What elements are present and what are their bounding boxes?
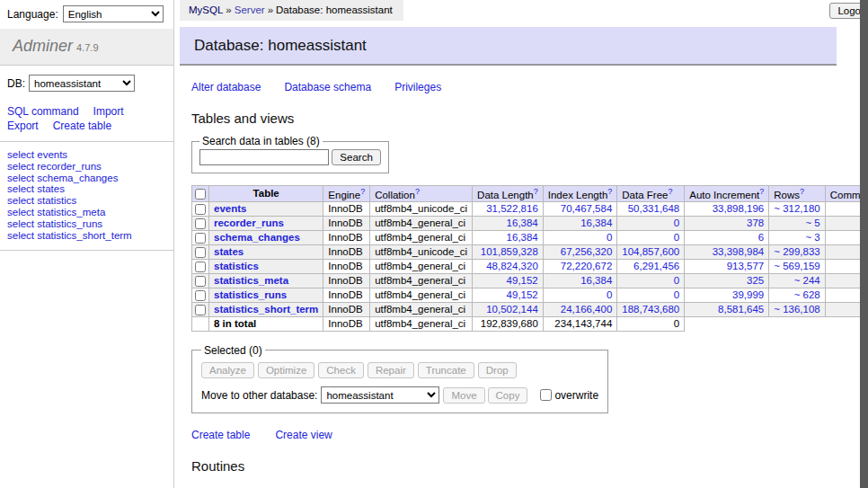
rows-count-link[interactable]: ~ 628 bbox=[794, 289, 820, 300]
data-length-link[interactable]: 31,522,816 bbox=[486, 203, 538, 214]
create-table-link[interactable]: Create table bbox=[191, 429, 250, 441]
rows-count-link[interactable]: ~ 244 bbox=[794, 275, 820, 286]
row-checkbox[interactable] bbox=[195, 218, 206, 229]
data-free-link[interactable]: 6,291,456 bbox=[633, 261, 679, 271]
auto-increment-link[interactable]: 33,898,196 bbox=[713, 203, 765, 214]
table-name-link[interactable]: events bbox=[214, 203, 246, 214]
data-length-link[interactable]: 49,152 bbox=[507, 289, 538, 300]
breadcrumb-server-link[interactable]: Server bbox=[235, 4, 265, 15]
index-length-link[interactable]: 24,166,400 bbox=[561, 304, 613, 315]
sidebar-select-table-link[interactable]: select statistics_runs bbox=[7, 218, 102, 229]
sidebar-select-table-link[interactable]: select states bbox=[7, 183, 65, 194]
select-all-checkbox[interactable] bbox=[195, 189, 206, 200]
data-length-link[interactable]: 48,824,320 bbox=[486, 261, 538, 271]
data-length-link[interactable]: 10,502,144 bbox=[486, 304, 538, 315]
auto-increment-link[interactable]: 378 bbox=[747, 217, 764, 228]
selected-legend: Selected (0) bbox=[201, 344, 265, 357]
help-link[interactable]: ? bbox=[415, 187, 420, 196]
data-length-link[interactable]: 16,384 bbox=[507, 232, 538, 243]
data-length-link[interactable]: 49,152 bbox=[507, 275, 538, 286]
index-length-cell: 70,467,584 bbox=[543, 201, 617, 216]
breadcrumb-separator: » bbox=[268, 4, 273, 15]
row-checkbox[interactable] bbox=[195, 233, 206, 244]
app-title[interactable]: Adminer bbox=[13, 37, 73, 55]
rows-count-link[interactable]: ~ 5 bbox=[805, 217, 819, 228]
table-name-link[interactable]: states bbox=[214, 246, 244, 257]
table-name-link[interactable]: statistics_short_term bbox=[214, 304, 318, 315]
help-link[interactable]: ? bbox=[360, 187, 365, 196]
vertical-scrollbar[interactable] bbox=[860, 0, 868, 488]
database-schema-link[interactable]: Database schema bbox=[284, 81, 371, 93]
rows-count-link[interactable]: ~ 312,180 bbox=[774, 203, 819, 214]
create-view-link[interactable]: Create view bbox=[275, 429, 332, 441]
create-links: Create tableCreate view bbox=[191, 429, 868, 441]
row-checkbox[interactable] bbox=[195, 204, 206, 215]
data-free-link[interactable]: 188,743,680 bbox=[622, 304, 679, 315]
auto-increment-link[interactable]: 6 bbox=[758, 232, 764, 243]
sidebar-select-table-link[interactable]: select recorder_runs bbox=[7, 161, 102, 172]
create-table-link-sidebar[interactable]: Create table bbox=[53, 120, 111, 132]
table-name-link[interactable]: statistics bbox=[214, 261, 259, 271]
search-legend: Search data in tables (8) bbox=[199, 135, 323, 147]
auto-increment-link[interactable]: 33,398,984 bbox=[713, 246, 765, 257]
auto-increment-link[interactable]: 39,999 bbox=[732, 289, 764, 300]
help-link[interactable]: ? bbox=[534, 187, 538, 196]
sidebar-select-table-link[interactable]: select statistics_meta bbox=[7, 207, 105, 217]
sidebar-select-table-link[interactable]: select schema_changes bbox=[7, 173, 118, 183]
import-link[interactable]: Import bbox=[93, 105, 124, 118]
rows-count-link[interactable]: ~ 569,159 bbox=[774, 261, 819, 271]
db-select[interactable]: homeassistant bbox=[29, 75, 135, 92]
auto-increment-cell: 33,898,196 bbox=[685, 201, 769, 216]
sidebar-select-table-link[interactable]: select events bbox=[7, 149, 67, 160]
rows-count-link[interactable]: ~ 136,108 bbox=[774, 304, 819, 315]
index-length-link[interactable]: 16,384 bbox=[580, 217, 612, 228]
sidebar-select-table-link[interactable]: select statistics_short_term bbox=[7, 230, 132, 241]
help-link[interactable]: ? bbox=[800, 187, 804, 196]
data-free-link[interactable]: 0 bbox=[674, 275, 679, 286]
table-name-link[interactable]: statistics_meta bbox=[214, 275, 288, 286]
data-length-cell: 49,152 bbox=[473, 273, 544, 288]
row-checkbox[interactable] bbox=[195, 276, 206, 287]
alter-database-link[interactable]: Alter database bbox=[191, 81, 261, 93]
index-length-link[interactable]: 16,384 bbox=[580, 275, 612, 286]
sidebar-select-table-link[interactable]: select statistics bbox=[7, 195, 76, 206]
table-name-link[interactable]: recorder_runs bbox=[214, 217, 284, 228]
sql-command-link[interactable]: SQL command bbox=[7, 105, 79, 118]
data-length-link[interactable]: 16,384 bbox=[507, 217, 538, 228]
data-free-link[interactable]: 0 bbox=[674, 289, 679, 300]
row-checkbox[interactable] bbox=[195, 305, 206, 315]
data-free-cell: 104,857,600 bbox=[617, 244, 685, 259]
overwrite-checkbox[interactable] bbox=[540, 389, 552, 401]
table-name-link[interactable]: schema_changes bbox=[214, 232, 300, 243]
index-length-link[interactable]: 67,256,320 bbox=[561, 246, 613, 257]
export-link[interactable]: Export bbox=[7, 120, 39, 132]
data-free-link[interactable]: 0 bbox=[674, 232, 679, 243]
index-length-link[interactable]: 70,467,584 bbox=[561, 203, 613, 214]
row-checkbox[interactable] bbox=[195, 290, 206, 301]
auto-increment-link[interactable]: 8,581,645 bbox=[718, 304, 764, 315]
breadcrumb-mysql-link[interactable]: MySQL bbox=[189, 4, 223, 15]
search-input[interactable] bbox=[199, 149, 329, 165]
row-checkbox[interactable] bbox=[195, 262, 206, 272]
privileges-link[interactable]: Privileges bbox=[394, 81, 441, 93]
rows-count-cell: ~ 299,833 bbox=[769, 244, 825, 259]
index-length-link[interactable]: 0 bbox=[607, 289, 612, 300]
rows-count-link[interactable]: ~ 299,833 bbox=[774, 246, 819, 257]
row-checkbox[interactable] bbox=[195, 247, 206, 258]
data-length-link[interactable]: 101,859,328 bbox=[481, 246, 538, 257]
language-select[interactable]: English bbox=[63, 5, 164, 22]
help-link[interactable]: ? bbox=[668, 187, 672, 196]
help-link[interactable]: ? bbox=[759, 187, 764, 196]
index-length-link[interactable]: 0 bbox=[607, 232, 612, 243]
help-link[interactable]: ? bbox=[607, 187, 612, 196]
table-name-link[interactable]: statistics_runs bbox=[214, 289, 287, 300]
data-free-link[interactable]: 104,857,600 bbox=[622, 246, 679, 257]
data-free-link[interactable]: 50,331,648 bbox=[628, 203, 680, 214]
search-button[interactable]: Search bbox=[332, 149, 380, 165]
auto-increment-link[interactable]: 913,577 bbox=[727, 261, 765, 271]
rows-count-link[interactable]: ~ 3 bbox=[805, 232, 819, 243]
move-db-select[interactable]: homeassistant bbox=[321, 386, 439, 404]
index-length-link[interactable]: 72,220,672 bbox=[561, 261, 613, 271]
data-free-link[interactable]: 0 bbox=[674, 217, 679, 228]
auto-increment-link[interactable]: 325 bbox=[747, 275, 764, 286]
